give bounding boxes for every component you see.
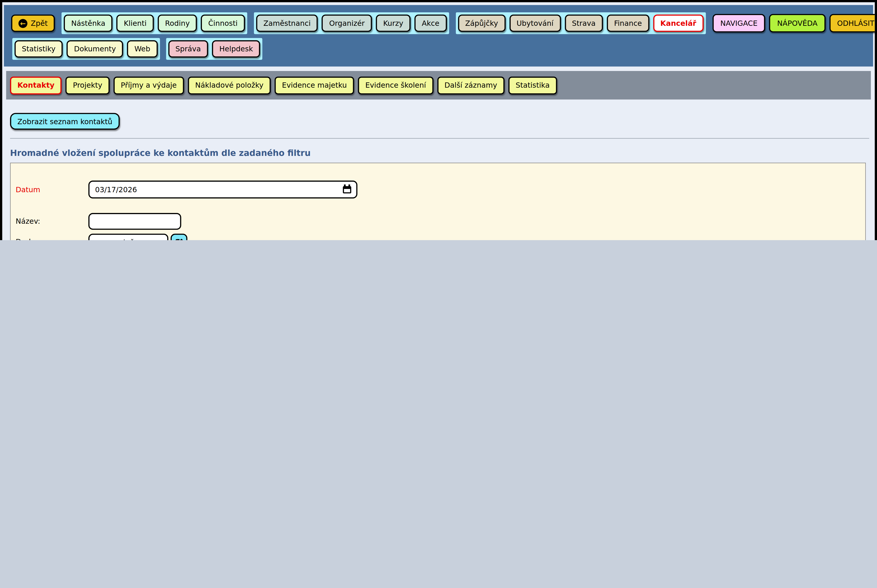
tab-kontakty-active[interactable]: Kontakty — [10, 76, 62, 94]
app-window: ← Zpět Nástěnka Klienti Rodiny Činnosti … — [0, 0, 877, 240]
type-select-value: --nevyplněno-- — [96, 238, 149, 240]
nav-item-strava[interactable]: Strava — [565, 15, 603, 32]
tab-statistika[interactable]: Statistika — [508, 76, 557, 94]
chevron-down-icon — [155, 238, 162, 240]
name-label: Název: — [16, 217, 40, 225]
nav-item-dokumenty[interactable]: Dokumenty — [67, 40, 123, 57]
nav-item-statistiky[interactable]: Statistiky — [15, 40, 63, 57]
odhlasit-button[interactable]: ODHLÁSIT — [829, 14, 877, 32]
nav-item-sprava[interactable]: Správa — [168, 40, 208, 57]
tab-dalsi-zaznamy[interactable]: Další záznamy — [437, 76, 505, 94]
type-select[interactable]: --nevyplněno-- — [89, 234, 168, 240]
type-label: Druh: — [16, 238, 36, 240]
nav-group-main: Nástěnka Klienti Rodiny Činnosti — [62, 12, 247, 34]
back-arrow-icon: ← — [18, 19, 27, 28]
nav-item-cinnosti[interactable]: Činnosti — [201, 15, 245, 32]
tab-evidence-skoleni[interactable]: Evidence školení — [358, 76, 434, 94]
calendar-icon[interactable] — [343, 186, 351, 194]
page-title: Hromadné vložení spolupráce ke kontaktům… — [10, 148, 311, 158]
top-navigation-bar: ← Zpět Nástěnka Klienti Rodiny Činnosti … — [4, 5, 873, 66]
nav-item-nastenka[interactable]: Nástěnka — [64, 15, 113, 32]
tab-nakladove-polozky[interactable]: Nákladové položky — [188, 76, 271, 94]
date-input[interactable] — [89, 180, 357, 198]
nav-row-1: ← Zpět Nástěnka Klienti Rodiny Činnosti … — [11, 12, 865, 34]
nav-utility-group: NAVIGACE NÁPOVĚDA ODHLÁSIT — [713, 14, 877, 32]
nav-item-akce[interactable]: Akce — [414, 15, 447, 32]
nav-group-agenda: Zápůjčky Ubytování Strava Finance Kancel… — [456, 12, 706, 34]
tab-evidence-majetku[interactable]: Evidence majetku — [275, 76, 354, 94]
nav-group-stats: Statistiky Dokumenty Web — [12, 38, 160, 60]
nav-item-zapujcky[interactable]: Zápůjčky — [458, 15, 505, 32]
section-tab-bar: Kontakty Projekty Příjmy a výdaje Náklad… — [6, 71, 871, 99]
nav-item-zamestnanci[interactable]: Zaměstnanci — [256, 15, 318, 32]
divider — [10, 138, 869, 138]
nav-item-kancelar-active[interactable]: Kancelář — [653, 15, 703, 32]
date-label: Datum — [16, 186, 41, 194]
nav-item-web[interactable]: Web — [127, 40, 158, 57]
nav-group-people: Zaměstnanci Organizér Kurzy Akce — [254, 12, 449, 34]
show-contacts-button[interactable]: Zobrazit seznam kontaktů — [10, 113, 120, 130]
nav-item-helpdesk[interactable]: Helpdesk — [212, 40, 260, 57]
back-button-label: Zpět — [31, 19, 48, 27]
nav-item-ubytovani[interactable]: Ubytování — [509, 15, 561, 32]
tab-prijmy-a-vydaje[interactable]: Příjmy a výdaje — [114, 76, 184, 94]
navigace-button[interactable]: NAVIGACE — [713, 14, 766, 32]
nav-group-admin: Správa Helpdesk — [166, 38, 263, 60]
nav-item-finance[interactable]: Finance — [607, 15, 649, 32]
edit-type-button[interactable] — [171, 234, 187, 240]
napoveda-button[interactable]: NÁPOVĚDA — [769, 14, 825, 32]
nav-item-klienti[interactable]: Klienti — [117, 15, 154, 32]
nav-item-kurzy[interactable]: Kurzy — [376, 15, 411, 32]
bulk-insert-form-panel: Datum Název: Druh: --nevyplněno-- Poznám… — [10, 163, 866, 240]
nav-row-2: Statistiky Dokumenty Web Správa Helpdesk — [12, 38, 263, 60]
nav-item-organizer[interactable]: Organizér — [322, 15, 372, 32]
back-button[interactable]: ← Zpět — [11, 15, 55, 32]
name-input[interactable] — [89, 213, 181, 230]
tab-projekty[interactable]: Projekty — [66, 76, 110, 94]
nav-item-rodiny[interactable]: Rodiny — [158, 15, 197, 32]
edit-icon — [175, 238, 183, 240]
